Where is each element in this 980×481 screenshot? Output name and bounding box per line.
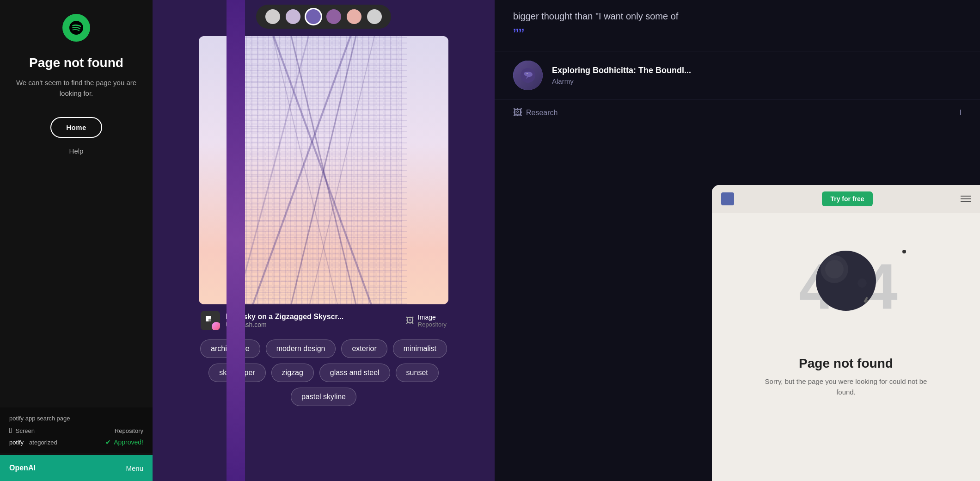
research-text: Research [526, 109, 557, 117]
approved-label: Approved! [114, 438, 143, 446]
color-dot-4[interactable] [347, 9, 361, 24]
podcast-avatar-inner: " [513, 61, 543, 90]
tag-modern-design[interactable]: modern design [266, 339, 336, 358]
card-404: Try for free 404 Page not found S [712, 185, 980, 481]
podcast-title: Exploring Bodhicitta: The Boundl... [552, 66, 691, 75]
speech-bubble-icon: " [520, 67, 536, 84]
partial-indicator: I [960, 109, 962, 117]
quote-area: bigger thought than "I want only some of… [495, 0, 980, 51]
home-button[interactable]: Home [50, 117, 102, 138]
app-label: potify app search page [9, 415, 70, 422]
color-dot-5[interactable] [367, 9, 382, 24]
tag-zigzag[interactable]: zigzag [271, 364, 314, 382]
card-404-header: Try for free [712, 185, 980, 213]
tag-glass-steel[interactable]: glass and steel [319, 364, 390, 382]
small-dot [902, 250, 906, 253]
hamburger-line-1 [961, 196, 971, 197]
approved-badge: ✔ Approved! [105, 438, 143, 446]
help-link[interactable]: Help [69, 147, 84, 155]
image-meta-right: 🖼 Image Repository [406, 314, 447, 328]
screen-label: Screen [16, 427, 35, 434]
image-type-icon: 🖼 [406, 316, 414, 326]
uncategorized-text: ategorized [29, 439, 57, 446]
podcast-info: Exploring Bodhicitta: The Boundl... Alar… [552, 66, 691, 85]
hamburger-line-3 [961, 201, 971, 202]
repository-label: Repository [115, 427, 143, 434]
menu-label[interactable]: Menu [126, 464, 143, 472]
unsplash-avatar [212, 322, 220, 330]
tag-pastel-skyline[interactable]: pastel skyline [291, 388, 356, 406]
quote-marks: ”” [513, 27, 962, 43]
tag-exterior[interactable]: exterior [341, 339, 387, 358]
quote-text: bigger thought than "I want only some of [513, 9, 837, 23]
404-visual: 404 [758, 222, 934, 352]
podcast-avatar: " [513, 61, 543, 90]
image-meta-left: Pink sky on a Zigzagged Skyscr... Unspla… [201, 311, 343, 330]
center-panel: Pink sky on a Zigzagged Skyscr... Unspla… [153, 0, 495, 481]
image-type-label: Image [418, 314, 447, 321]
image-type-info: Image Repository [418, 314, 447, 328]
openai-label: OpenAI [9, 464, 36, 472]
color-picker [256, 5, 391, 29]
left-accent-strip [227, 0, 245, 481]
podcast-entry[interactable]: " Exploring Bodhicitta: The Boundl... Al… [495, 51, 980, 100]
hamburger-menu[interactable] [961, 196, 971, 202]
research-label: 🖼 Research [513, 107, 557, 118]
apple-icon:  [9, 426, 12, 435]
card-404-description: Sorry, but the page you were looking for… [763, 376, 929, 397]
openai-bar: OpenAI Menu [0, 455, 153, 481]
planet-circle [816, 251, 876, 311]
svg-text:": " [527, 72, 528, 77]
search-bar-area: 🖼 Research I [495, 100, 980, 125]
page-not-found-subtitle: We can't seem to find the page you are l… [0, 78, 153, 99]
try-free-button[interactable]: Try for free [822, 191, 872, 206]
image-repository-label: Repository [418, 321, 447, 328]
card-404-title: Page not found [799, 356, 893, 371]
hamburger-line-2 [961, 198, 971, 199]
color-dot-1[interactable] [286, 9, 300, 24]
spotify-logo [62, 14, 90, 42]
right-panel: bigger thought than "I want only some of… [495, 0, 980, 481]
tag-sunset[interactable]: sunset [396, 364, 439, 382]
podcast-author: Alarmy [552, 77, 691, 85]
spotify-text: potify [9, 439, 24, 446]
source-icon [201, 311, 220, 330]
color-dot-3[interactable] [326, 9, 341, 24]
card-404-body: 404 Page not found Sorry, but the page y… [712, 213, 980, 407]
left-panel: Page not found We can't seem to find the… [0, 0, 153, 481]
tag-minimalist[interactable]: minimalist [393, 339, 447, 358]
color-dot-0[interactable] [265, 9, 280, 24]
card-ai-icon [721, 192, 734, 205]
color-dot-2[interactable] [306, 9, 321, 24]
page-not-found-title: Page not found [29, 56, 123, 70]
research-icon: 🖼 [513, 107, 522, 118]
checkmark-icon: ✔ [105, 438, 111, 446]
